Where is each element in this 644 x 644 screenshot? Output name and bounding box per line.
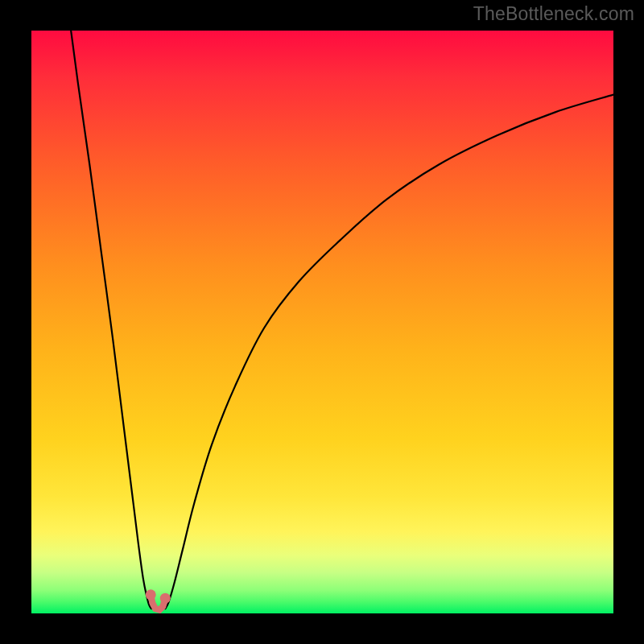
curve-right-branch [165,95,613,609]
curve-left-branch [71,31,151,609]
plot-area [31,31,613,613]
chart-svg [31,31,613,613]
bottleneck-endpoint-right [160,593,171,604]
watermark-text: TheBottleneck.com [473,3,634,25]
bottleneck-endpoint-left [146,589,156,600]
chart-frame: TheBottleneck.com [0,0,644,644]
